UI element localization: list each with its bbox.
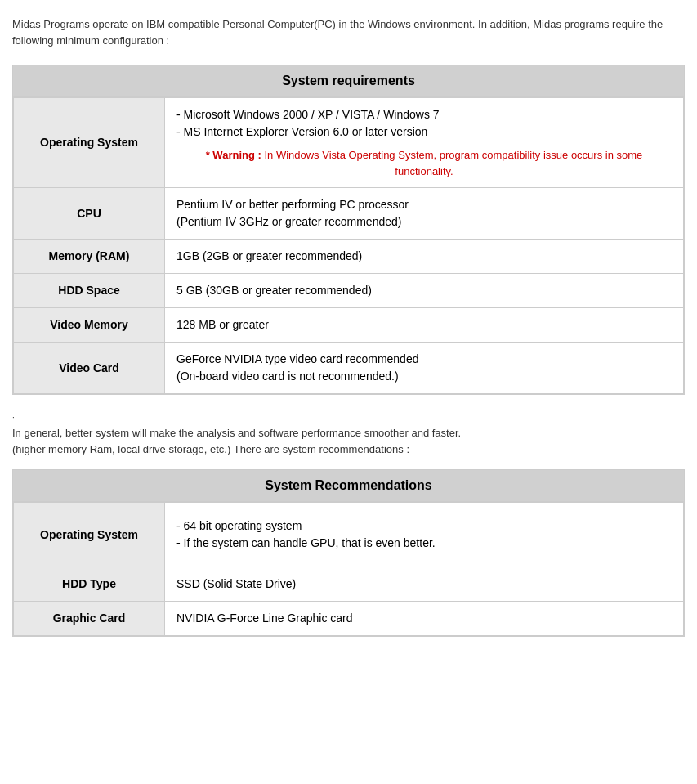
rec-hdd-label: HDD Type (14, 567, 165, 602)
between-section: · In general, better system will make th… (12, 411, 685, 457)
video-card-value: GeForce NVIDIA type video card recommend… (165, 343, 684, 394)
recommendations-section: System Recommendations Operating System … (12, 469, 685, 637)
memory-value: 1GB (2GB or greater recommended) (165, 240, 684, 274)
cpu-value: Pentium IV or better performing PC proce… (165, 188, 684, 240)
rec-hdd-value: SSD (Solid State Drive) (165, 567, 684, 602)
intro-paragraph: Midas Programs operate on IBM compatible… (12, 16, 685, 48)
os-warning: * Warning : In Windows Vista Operating S… (176, 147, 672, 179)
rec-graphic-value: NVIDIA G-Force Line Graphic card (165, 602, 684, 636)
requirements-header: System requirements (13, 65, 684, 97)
table-row: Graphic Card NVIDIA G-Force Line Graphic… (14, 602, 684, 636)
cpu-label: CPU (14, 188, 165, 240)
video-card-line2: (On-board video card is not recommended.… (176, 368, 672, 385)
rec-graphic-label: Graphic Card (14, 602, 165, 636)
rec-os-line2: - If the system can handle GPU, that is … (176, 535, 672, 552)
video-memory-value: 128 MB or greater (165, 308, 684, 343)
cpu-line1: Pentium IV or better performing PC proce… (176, 196, 672, 213)
requirements-table: Operating System - Microsoft Windows 200… (13, 97, 684, 394)
rec-os-line1: - 64 bit operating system (176, 517, 672, 535)
video-card-line1: GeForce NVIDIA type video card recommend… (176, 351, 672, 368)
video-card-label: Video Card (14, 343, 165, 394)
rec-os-value: - 64 bit operating system - If the syste… (165, 503, 684, 567)
table-row: Operating System - 64 bit operating syst… (14, 503, 684, 567)
table-row: Video Memory 128 MB or greater (14, 308, 684, 343)
table-row: Operating System - Microsoft Windows 200… (14, 98, 684, 188)
requirements-section: System requirements Operating System - M… (12, 65, 685, 395)
table-row: HDD Space 5 GB (30GB or greater recommen… (14, 274, 684, 308)
between-line2: (higher memory Ram, local drive storage,… (12, 441, 685, 458)
dot-decoration: · (12, 411, 685, 423)
recommendations-header: System Recommendations (13, 470, 684, 502)
rec-os-label: Operating System (14, 503, 165, 567)
memory-label: Memory (RAM) (14, 240, 165, 274)
hdd-value: 5 GB (30GB or greater recommended) (165, 274, 684, 308)
between-line1: In general, better system will make the … (12, 425, 685, 441)
cpu-line2: (Pentium IV 3GHz or greater recommended) (176, 213, 672, 231)
table-row: CPU Pentium IV or better performing PC p… (14, 188, 684, 240)
table-row: Memory (RAM) 1GB (2GB or greater recomme… (14, 240, 684, 274)
table-row: HDD Type SSD (Solid State Drive) (14, 567, 684, 602)
os-label: Operating System (14, 98, 165, 188)
table-row: Video Card GeForce NVIDIA type video car… (14, 343, 684, 394)
os-line2: - MS Internet Explorer Version 6.0 or la… (176, 123, 672, 141)
warning-text: * Warning : In Windows Vista Operating S… (206, 149, 643, 177)
hdd-label: HDD Space (14, 274, 165, 308)
os-line1: - Microsoft Windows 2000 / XP / VISTA / … (176, 106, 672, 123)
recommendations-table: Operating System - 64 bit operating syst… (13, 502, 684, 636)
os-value: - Microsoft Windows 2000 / XP / VISTA / … (165, 98, 684, 188)
video-memory-label: Video Memory (14, 308, 165, 343)
